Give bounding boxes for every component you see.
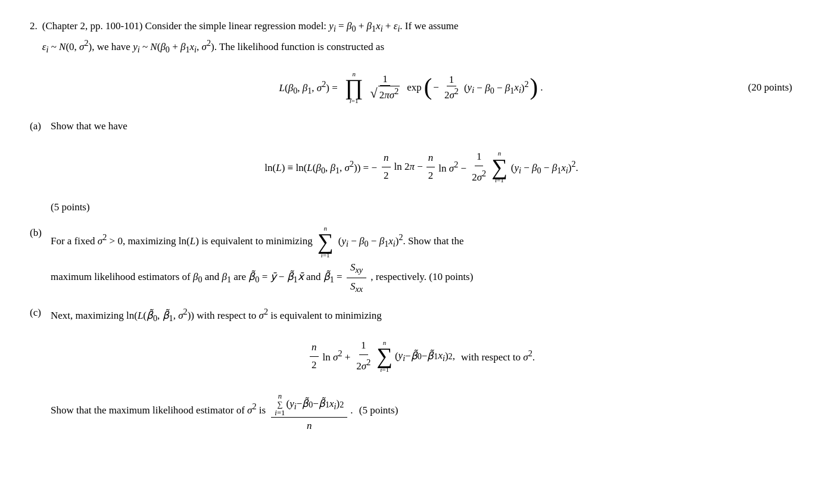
problem-container: 2. (Chapter 2, pp. 100-101) Consider the…	[30, 18, 792, 435]
part-c-last-text: Show that the maximum likelihood estimat…	[51, 387, 792, 435]
part-c-content: Next, maximizing ln(L(β̃0, β̃1, σ2)) wit…	[51, 304, 792, 435]
part-a: (a) Show that we have ln(L) ≡ ln(L(β0, β…	[30, 118, 792, 216]
part-a-label: (a)	[30, 118, 51, 135]
ln-formula: ln(L) ≡ ln(L(β0, β1, σ2)) = − n 2 ln 2π …	[51, 148, 792, 186]
likelihood-formula: L(β0, β1, σ2) = n ∏ i=1 1 √2πσ2 exp ( − …	[30, 70, 792, 105]
part-c-points: (5 points)	[359, 405, 398, 416]
part-c-formula: n 2 ln σ2 + 1 2σ2 n ∑ i=1 (yi − β̃0 − β̃…	[51, 337, 792, 375]
total-points: (20 points)	[748, 82, 792, 94]
problem-number: 2.	[30, 18, 38, 34]
part-c: (c) Next, maximizing ln(L(β̃0, β̃1, σ2))…	[30, 304, 792, 435]
part-a-points: (5 points)	[51, 199, 792, 216]
part-b-text: For a fixed σ2 > 0, maximizing ln(L) is …	[51, 235, 315, 247]
part-a-content: Show that we have ln(L) ≡ ln(L(β0, β1, σ…	[51, 118, 792, 216]
problem-header: 2. (Chapter 2, pp. 100-101) Consider the…	[30, 18, 792, 57]
part-c-label: (c)	[30, 304, 51, 322]
part-c-text1: Next, maximizing ln(L(β̃0, β̃1, σ2)) wit…	[51, 310, 382, 321]
problem-text: (Chapter 2, pp. 100-101) Consider the si…	[42, 18, 459, 57]
part-b-points: (10 points)	[429, 271, 473, 282]
part-b-label: (b)	[30, 225, 51, 242]
part-b: (b) For a fixed σ2 > 0, maximizing ln(L)…	[30, 225, 792, 296]
part-b-content: For a fixed σ2 > 0, maximizing ln(L) is …	[51, 225, 792, 296]
